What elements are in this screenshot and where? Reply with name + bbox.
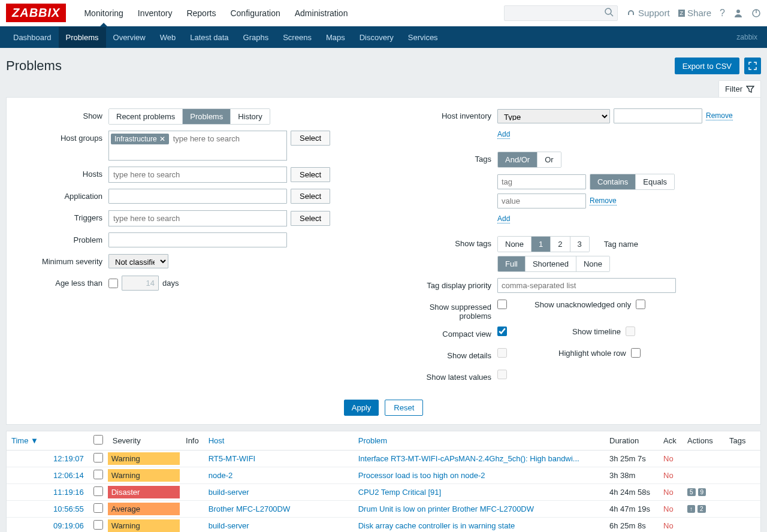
show-suppressed-checkbox[interactable] xyxy=(497,300,507,309)
topnav-item-reports[interactable]: Reports xyxy=(179,1,223,26)
show-opts-history[interactable]: History xyxy=(231,109,269,124)
row-checkbox[interactable] xyxy=(93,453,103,463)
logo[interactable]: ZABBIX xyxy=(6,4,66,22)
problem-link[interactable]: Drum Unit is low on printer Brother MFC-… xyxy=(358,504,534,513)
application-select-button[interactable]: Select xyxy=(291,189,330,204)
ack-link[interactable]: No xyxy=(663,504,674,513)
highlight-checkbox[interactable] xyxy=(631,348,641,358)
show-tags-opts-none[interactable]: None xyxy=(498,237,532,252)
application-input[interactable] xyxy=(108,189,287,204)
row-checkbox[interactable] xyxy=(93,470,103,479)
problem-link[interactable]: CPU2 Temp Critical [91] xyxy=(358,488,441,497)
problem-input[interactable] xyxy=(108,232,287,247)
col-severity[interactable]: Severity xyxy=(108,431,180,451)
topnav-item-configuration[interactable]: Configuration xyxy=(223,1,287,26)
tag-remove-link[interactable]: Remove xyxy=(590,197,617,205)
row-checkbox[interactable] xyxy=(93,486,103,496)
subnav-item-services[interactable]: Services xyxy=(401,27,445,48)
tag-name-opts-shortened[interactable]: Shortened xyxy=(526,256,576,271)
latest-checkbox[interactable] xyxy=(497,370,507,379)
triggers-select-button[interactable]: Select xyxy=(291,211,330,226)
ack-link[interactable]: No xyxy=(663,488,674,497)
support-link[interactable]: Support xyxy=(626,8,670,18)
action-badge[interactable]: 2 xyxy=(697,505,706,513)
search-input[interactable] xyxy=(504,5,618,21)
show-opts-recentproblems[interactable]: Recent problems xyxy=(109,109,183,124)
inventory-add-link[interactable]: Add xyxy=(497,130,510,139)
host-groups-select-button[interactable]: Select xyxy=(291,131,330,146)
help-icon[interactable]: ? xyxy=(720,8,725,19)
host-link[interactable]: build-server xyxy=(209,488,249,497)
share-link[interactable]: Z Share xyxy=(678,8,712,18)
tag-value-input[interactable] xyxy=(497,194,586,208)
tag-add-link[interactable]: Add xyxy=(497,214,510,223)
action-badge[interactable]: 9 xyxy=(698,488,706,496)
details-checkbox[interactable] xyxy=(497,348,507,358)
logout-icon[interactable] xyxy=(751,8,761,18)
tag-name-input[interactable] xyxy=(497,174,586,189)
problem-link[interactable]: Interface RT3-MT-WIFI-cAPsMAN-2.4Ghz_5ch… xyxy=(358,454,579,463)
problem-link[interactable]: Disk array cache controller is in warnin… xyxy=(358,521,515,530)
subnav-item-dashboard[interactable]: Dashboard xyxy=(6,27,59,48)
host-groups-input[interactable]: Infrastructure ✕ xyxy=(108,131,287,161)
col-time[interactable]: Time ▼ xyxy=(7,431,89,451)
min-severity-select[interactable]: Not classified xyxy=(108,254,168,268)
hosts-input[interactable] xyxy=(108,167,287,183)
hosts-select-button[interactable]: Select xyxy=(291,167,330,182)
subnav-item-discovery[interactable]: Discovery xyxy=(352,27,401,48)
ack-link[interactable]: No xyxy=(663,471,674,480)
time-link[interactable]: 12:06:14 xyxy=(53,471,84,480)
row-checkbox[interactable] xyxy=(93,520,103,530)
subnav-item-graphs[interactable]: Graphs xyxy=(236,27,276,48)
show-tags-opts-2[interactable]: 2 xyxy=(551,237,570,252)
reset-button[interactable]: Reset xyxy=(385,400,423,416)
filter-toggle[interactable]: Filter xyxy=(718,80,761,97)
user-icon[interactable] xyxy=(733,8,743,18)
topnav-item-administration[interactable]: Administration xyxy=(288,1,355,26)
export-csv-button[interactable]: Export to CSV xyxy=(675,58,739,74)
host-link[interactable]: RT5-MT-WIFI xyxy=(209,454,255,463)
inventory-remove-link[interactable]: Remove xyxy=(706,111,733,120)
compact-checkbox[interactable] xyxy=(497,327,507,336)
tag-priority-input[interactable] xyxy=(497,278,676,293)
age-days-input[interactable] xyxy=(122,276,159,291)
tag-match-equals[interactable]: Equals xyxy=(636,174,674,189)
time-link[interactable]: 10:56:55 xyxy=(53,504,84,513)
inventory-type-select[interactable]: Type xyxy=(497,109,610,123)
time-link[interactable]: 11:19:16 xyxy=(53,488,84,497)
timeline-checkbox[interactable] xyxy=(626,327,635,336)
triggers-input[interactable] xyxy=(108,210,287,226)
ack-link[interactable]: No xyxy=(663,454,674,463)
subnav-item-problems[interactable]: Problems xyxy=(59,27,106,48)
time-link[interactable]: 12:19:07 xyxy=(53,454,84,463)
remove-tag-icon[interactable]: ✕ xyxy=(159,135,165,143)
tag-match-contains[interactable]: Contains xyxy=(590,174,636,189)
row-checkbox[interactable] xyxy=(93,503,103,513)
tags-mode-or[interactable]: Or xyxy=(537,152,560,167)
time-link[interactable]: 09:19:06 xyxy=(53,521,84,530)
inventory-value-input[interactable] xyxy=(614,108,702,123)
topnav-item-inventory[interactable]: Inventory xyxy=(131,1,180,26)
host-link[interactable]: Brother MFC-L2700DW xyxy=(209,504,291,513)
subnav-item-web[interactable]: Web xyxy=(153,27,183,48)
subnav-item-latest-data[interactable]: Latest data xyxy=(183,27,235,48)
subnav-item-screens[interactable]: Screens xyxy=(276,27,319,48)
fullscreen-button[interactable] xyxy=(744,58,761,74)
host-groups-search[interactable] xyxy=(171,133,285,144)
show-unack-checkbox[interactable] xyxy=(636,300,645,309)
select-all-checkbox[interactable] xyxy=(93,435,103,445)
tag-name-opts-full[interactable]: Full xyxy=(498,256,526,271)
apply-button[interactable]: Apply xyxy=(344,400,379,416)
subnav-item-overview[interactable]: Overview xyxy=(106,27,153,48)
host-link[interactable]: build-server xyxy=(209,521,249,530)
problem-link[interactable]: Processor load is too high on node-2 xyxy=(358,471,485,480)
action-badge[interactable]: 5 xyxy=(687,488,696,496)
ack-link[interactable]: No xyxy=(663,521,674,530)
tag-name-opts-none[interactable]: None xyxy=(576,256,609,271)
show-opts-problems[interactable]: Problems xyxy=(183,109,231,124)
host-link[interactable]: node-2 xyxy=(209,471,232,480)
tags-mode-andor[interactable]: And/Or xyxy=(498,152,537,167)
age-checkbox[interactable] xyxy=(108,279,118,288)
col-host[interactable]: Host xyxy=(204,431,354,451)
show-tags-opts-1[interactable]: 1 xyxy=(532,237,551,252)
